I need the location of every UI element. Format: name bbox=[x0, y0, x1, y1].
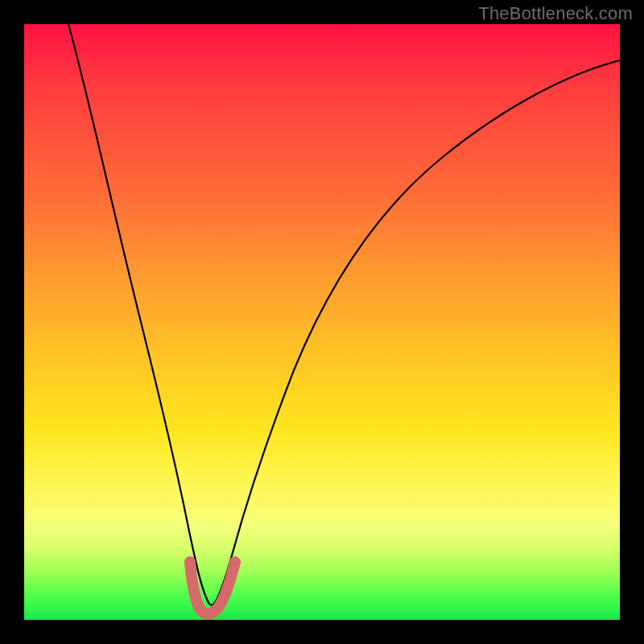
chart-stage: TheBottleneck.com bbox=[0, 0, 644, 644]
min-region-u-mark bbox=[190, 562, 235, 613]
plot-area bbox=[24, 24, 620, 620]
watermark-text: TheBottleneck.com bbox=[478, 3, 633, 24]
bottleneck-curve bbox=[68, 24, 620, 605]
curve-layer bbox=[24, 24, 620, 620]
